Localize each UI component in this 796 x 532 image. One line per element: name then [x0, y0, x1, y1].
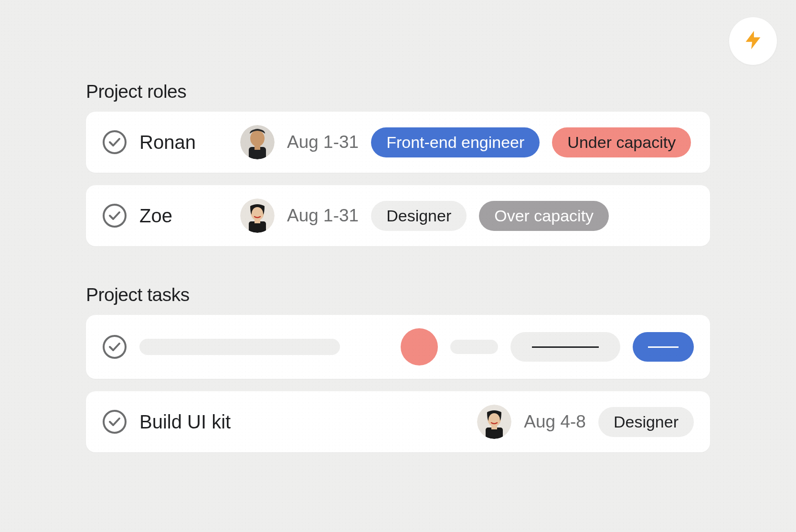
check-circle-icon[interactable]: [102, 203, 127, 228]
role-row[interactable]: Ronan Aug 1-31 Front-end engineer Under …: [86, 112, 710, 173]
svg-point-13: [104, 336, 126, 358]
project-tasks-section: Project tasks Build UI kit: [86, 284, 710, 452]
action-placeholder: [633, 332, 694, 362]
tag-placeholder: [510, 332, 620, 362]
svg-point-14: [104, 411, 126, 433]
avatar[interactable]: [240, 125, 275, 159]
avatar[interactable]: [240, 198, 275, 233]
avatar[interactable]: [477, 405, 511, 439]
svg-rect-20: [491, 426, 497, 429]
role-tag[interactable]: Front-end engineer: [371, 127, 540, 157]
svg-rect-12: [255, 219, 260, 223]
task-row-skeleton: [86, 315, 710, 379]
capacity-tag[interactable]: Over capacity: [479, 201, 609, 231]
svg-point-18: [488, 413, 500, 427]
svg-point-10: [252, 207, 263, 220]
check-circle-icon[interactable]: [102, 409, 127, 434]
member-name: Zoe: [139, 205, 228, 227]
check-circle-icon[interactable]: [102, 130, 127, 155]
date-range: Aug 4-8: [524, 412, 586, 432]
date-placeholder: [450, 340, 498, 354]
task-row[interactable]: Build UI kit Aug 4-8 Designer: [86, 391, 710, 452]
check-circle-icon[interactable]: [102, 334, 127, 359]
role-tag[interactable]: Designer: [371, 201, 467, 231]
task-name-placeholder: [139, 339, 340, 355]
capacity-tag[interactable]: Under capacity: [552, 127, 691, 157]
task-name: Build UI kit: [139, 411, 231, 433]
section-title-tasks: Project tasks: [86, 284, 710, 305]
svg-point-0: [104, 131, 126, 153]
date-range: Aug 1-31: [287, 206, 359, 226]
member-name: Ronan: [139, 132, 228, 153]
automation-fab[interactable]: [729, 17, 777, 65]
avatar-placeholder: [401, 328, 438, 365]
date-range: Aug 1-31: [287, 132, 359, 152]
svg-point-6: [104, 205, 126, 227]
role-row[interactable]: Zoe Aug 1-31 Designer Over capacity: [86, 185, 710, 246]
lightning-icon: [742, 29, 764, 53]
svg-point-3: [250, 130, 265, 146]
section-title-roles: Project roles: [86, 81, 710, 102]
project-roles-section: Project roles Ronan: [86, 81, 710, 246]
svg-rect-5: [255, 145, 260, 150]
task-tag[interactable]: Designer: [598, 407, 694, 437]
